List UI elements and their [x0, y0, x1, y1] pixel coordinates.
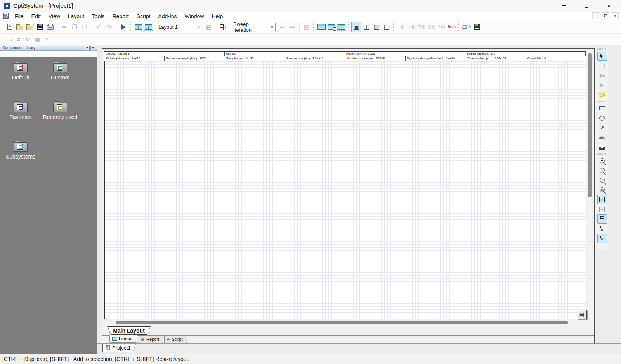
component-download-button[interactable]: ↓⚙ [396, 22, 406, 32]
zoom-in-tool-button[interactable]: + [597, 156, 607, 166]
split-view-button[interactable]: ◫ [361, 22, 371, 32]
distribute-components-tool-button[interactable]: ≡ [597, 224, 607, 233]
library-folder[interactable]: Recently used [40, 101, 80, 140]
toolbar-drag-handle[interactable] [313, 22, 315, 32]
duplicate-layout-button[interactable]: + [143, 22, 153, 32]
description-view-button[interactable]: ▤ [382, 22, 392, 32]
layout-select[interactable]: Layout 1 ∨ [155, 23, 202, 31]
component-box-button[interactable]: ▭ [5, 35, 14, 44]
arrow-tool-button[interactable] [597, 81, 607, 90]
report-table-button[interactable]: ▤ [302, 22, 312, 32]
open-button[interactable] [15, 22, 25, 32]
new-layout-button[interactable]: + [133, 22, 143, 32]
window-restore-button[interactable] [578, 0, 595, 12]
library-folder[interactable]: Subsystems [1, 140, 40, 180]
component-refresh-button[interactable]: ↻ [23, 35, 33, 44]
report-view-button[interactable]: ▥ [371, 22, 382, 32]
vertical-scrollbar[interactable] [587, 51, 592, 319]
menu-item[interactable]: Help [208, 12, 227, 20]
layout-table-button[interactable]: ▤ [577, 310, 587, 319]
next-sweep-button[interactable]: ↦ [287, 22, 297, 32]
redo-button[interactable]: ↷ [104, 22, 114, 32]
toolbar-drag-handle[interactable] [348, 22, 350, 32]
paste-button[interactable]: ❑ [80, 22, 90, 32]
export-save-button[interactable] [472, 22, 482, 32]
component-find-button[interactable]: ?⚙ [437, 22, 447, 32]
menu-item[interactable]: Window [181, 12, 208, 20]
component-save-button[interactable]: ❐⚙ [416, 22, 427, 32]
panel-close-button[interactable]: ✕ [90, 46, 95, 50]
project-tab[interactable]: Project1 [102, 344, 136, 352]
layout-canvas[interactable] [104, 61, 586, 319]
image-tool-button[interactable] [597, 143, 607, 152]
menu-item[interactable]: Script [133, 12, 154, 20]
print-button[interactable] [45, 22, 55, 32]
library-folder[interactable]: Favorites [1, 101, 40, 140]
sweep-mode-select[interactable]: Sweep Iteration ∨ [230, 23, 276, 31]
zoom-page-tool-button[interactable]: □ [597, 176, 607, 185]
previous-sweep-button[interactable]: ↤ [277, 22, 287, 32]
show-subsystem-button[interactable] [337, 22, 347, 32]
toolbar-drag-handle[interactable] [393, 22, 395, 32]
cut-button[interactable]: ✂ [59, 22, 69, 32]
horizontal-scrollbar-thumb[interactable] [116, 321, 568, 324]
toolbar-drag-handle[interactable] [1, 22, 3, 32]
line-tool-button[interactable]: ↗ [597, 123, 607, 133]
window-close-button[interactable]: ✕ [600, 0, 618, 12]
tab-report[interactable]: ▦ Report [138, 336, 163, 343]
mdi-minimize-button[interactable] [592, 12, 600, 19]
window-minimize-button[interactable] [555, 0, 573, 12]
component-help-button[interactable]: ? [42, 35, 51, 44]
show-layout-page-button[interactable] [326, 22, 337, 32]
horizontal-scrollbar[interactable] [104, 321, 586, 325]
zoom-out-tool-button[interactable]: − [597, 166, 607, 175]
menu-item[interactable]: Report [109, 12, 133, 20]
import-button[interactable]: ↑ [25, 22, 35, 32]
select-tool-button[interactable] [597, 52, 607, 61]
component-library-header[interactable]: Component Library ▾ ✕ [0, 45, 97, 51]
panel-collapse-button[interactable]: ▾ [85, 46, 90, 50]
mdi-close-button[interactable]: ✕ [611, 12, 619, 19]
main-layout-tab[interactable]: Main Layout [107, 326, 151, 335]
library-folder[interactable]: Custom [40, 61, 80, 101]
menu-item[interactable]: File [11, 12, 28, 20]
new-button[interactable] [5, 22, 15, 32]
toolbar-drag-handle[interactable] [597, 48, 607, 50]
fit-horizontal-tool-button[interactable]: ◆ [597, 195, 607, 204]
layout-parameters-button[interactable]: ▦ [204, 22, 214, 32]
text-tool-button[interactable]: abc [597, 133, 607, 142]
align-components-tool-button[interactable]: ≡ [597, 214, 607, 224]
component-add-button[interactable]: →⚙ [406, 22, 416, 32]
component-view-button[interactable]: ▣ [351, 22, 361, 32]
rectangle-tool-button[interactable] [597, 104, 607, 113]
menu-item[interactable]: Tools [88, 12, 109, 20]
vertical-scrollbar-thumb[interactable] [588, 53, 592, 197]
tab-script[interactable]: ✒ Script [164, 336, 187, 343]
toolbar-drag-handle[interactable] [1, 35, 3, 44]
flip-tool-button[interactable] [597, 71, 607, 80]
auto-connect-tool-button[interactable] [597, 90, 607, 100]
region-select-tool-button[interactable] [597, 61, 607, 71]
menu-item[interactable]: Layout [64, 12, 88, 20]
library-folder[interactable]: Default [1, 61, 40, 101]
component-flag-button[interactable]: ⚑⚙ [447, 22, 457, 32]
arrange-components-tool-button[interactable]: ≡ [597, 234, 607, 243]
fit-vertical-tool-button[interactable]: ◆ [597, 205, 607, 214]
component-grid-button[interactable]: ▦ [33, 35, 42, 44]
copy-button[interactable]: ❐ [69, 22, 80, 32]
component-lines-button[interactable]: ≡ [14, 35, 23, 44]
toolbar-drag-handle[interactable] [130, 22, 132, 32]
ellipse-tool-button[interactable] [597, 114, 607, 123]
zoom-1-1-tool-button[interactable]: 1:1 [597, 185, 607, 195]
menu-item[interactable]: Edit [28, 12, 45, 20]
show-layout-button[interactable] [316, 22, 326, 32]
component-load-button[interactable]: ❏⚙ [427, 22, 437, 32]
calculate-button[interactable] [118, 22, 128, 32]
tab-layout[interactable]: Layout [109, 335, 137, 343]
undo-button[interactable]: ↶ [94, 22, 104, 32]
mdi-restore-button[interactable] [602, 12, 609, 19]
toolbar-drag-handle[interactable] [458, 22, 460, 32]
report-settings-button[interactable]: ▤⚙ [461, 22, 472, 32]
menu-item[interactable]: View [45, 12, 64, 20]
menu-item[interactable]: Add-Ins [154, 12, 180, 20]
